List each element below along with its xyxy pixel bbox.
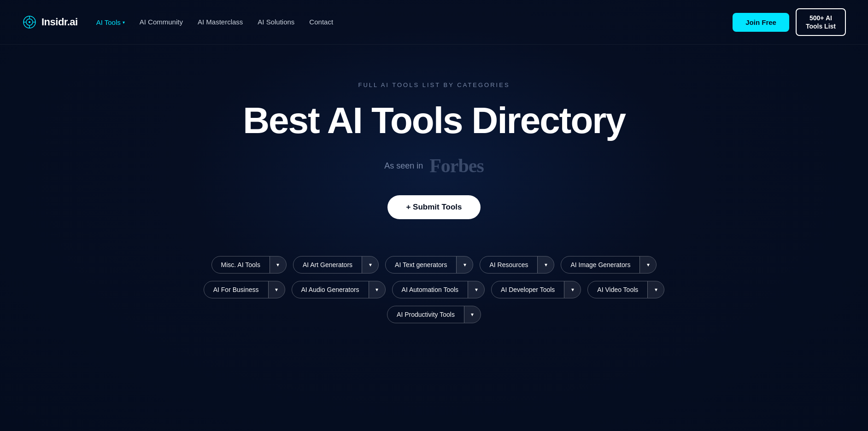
nav-item-ai-solutions[interactable]: AI Solutions: [258, 18, 294, 26]
filter-chip-ai-automation-tools[interactable]: AI Automation Tools ▾: [392, 281, 485, 298]
logo-icon: [22, 15, 37, 29]
as-seen-in-text: As seen in: [384, 161, 423, 171]
filter-row-1: Misc. AI Tools ▾ AI Art Generators ▾ AI …: [211, 256, 657, 274]
chevron-down-icon[interactable]: ▾: [464, 306, 481, 323]
filter-chip-ai-resources[interactable]: AI Resources ▾: [480, 256, 554, 274]
filter-chip-ai-productivity-tools[interactable]: AI Productivity Tools ▾: [387, 306, 481, 323]
filter-chip-ai-audio-generators[interactable]: AI Audio Generators ▾: [292, 281, 386, 298]
submit-tools-button[interactable]: + Submit Tools: [387, 195, 480, 219]
filter-chip-ai-developer-tools[interactable]: AI Developer Tools ▾: [491, 281, 581, 298]
chevron-down-icon[interactable]: ▾: [268, 281, 285, 298]
nav-label-ai-tools: AI Tools: [96, 18, 121, 26]
filter-chip-misc-ai-tools[interactable]: Misc. AI Tools ▾: [211, 256, 287, 274]
join-free-button[interactable]: Join Free: [733, 13, 789, 32]
filter-chip-ai-video-tools[interactable]: AI Video Tools ▾: [587, 281, 664, 298]
nav-left: Insidr.ai AI Tools ▾ AI Community AI Mas…: [22, 15, 333, 29]
chevron-down-icon[interactable]: ▾: [564, 281, 581, 298]
hero-section: FULL AI TOOLS LIST BY CATEGORIES Best AI…: [0, 45, 868, 238]
nav-item-ai-tools[interactable]: AI Tools ▾: [96, 18, 125, 26]
chevron-down-icon[interactable]: ▾: [537, 256, 554, 273]
chevron-down-icon[interactable]: ▾: [647, 281, 664, 298]
filter-chip-ai-text-generators[interactable]: AI Text generators ▾: [385, 256, 473, 274]
chevron-down-icon[interactable]: ▾: [468, 281, 484, 298]
nav-item-contact[interactable]: Contact: [309, 18, 333, 26]
logo[interactable]: Insidr.ai: [22, 15, 78, 29]
filter-chip-ai-art-generators[interactable]: AI Art Generators ▾: [293, 256, 379, 274]
nav-right: Join Free 500+ AITools List: [733, 8, 846, 36]
logo-text: Insidr.ai: [41, 16, 78, 28]
chevron-down-icon[interactable]: ▾: [270, 256, 286, 273]
chevron-down-icon[interactable]: ▾: [362, 256, 378, 273]
hero-seen-in: As seen in Forbes: [384, 155, 484, 177]
forbes-logo: Forbes: [429, 155, 484, 177]
chevron-down-icon[interactable]: ▾: [456, 256, 473, 273]
nav-item-ai-masterclass[interactable]: AI Masterclass: [198, 18, 243, 26]
tools-list-label: 500+ AITools List: [806, 14, 836, 30]
svg-point-2: [29, 21, 30, 23]
filter-chip-ai-for-business[interactable]: AI For Business ▾: [204, 281, 285, 298]
chevron-down-icon[interactable]: ▾: [369, 281, 385, 298]
filter-row-2: AI For Business ▾ AI Audio Generators ▾ …: [204, 281, 665, 298]
chevron-down-icon: ▾: [123, 20, 125, 25]
hero-title: Best AI Tools Directory: [243, 101, 625, 140]
nav-links: AI Tools ▾ AI Community AI Masterclass A…: [96, 18, 333, 26]
hero-subtitle: FULL AI TOOLS LIST BY CATEGORIES: [358, 82, 510, 88]
filter-chip-ai-image-generators[interactable]: AI Image Generators ▾: [561, 256, 657, 274]
nav-item-ai-community[interactable]: AI Community: [140, 18, 183, 26]
chevron-down-icon[interactable]: ▾: [639, 256, 656, 273]
tools-list-button[interactable]: 500+ AITools List: [796, 8, 846, 36]
filter-row-3: AI Productivity Tools ▾: [387, 306, 481, 323]
navbar: Insidr.ai AI Tools ▾ AI Community AI Mas…: [0, 0, 868, 45]
filters-section: Misc. AI Tools ▾ AI Art Generators ▾ AI …: [0, 238, 868, 351]
